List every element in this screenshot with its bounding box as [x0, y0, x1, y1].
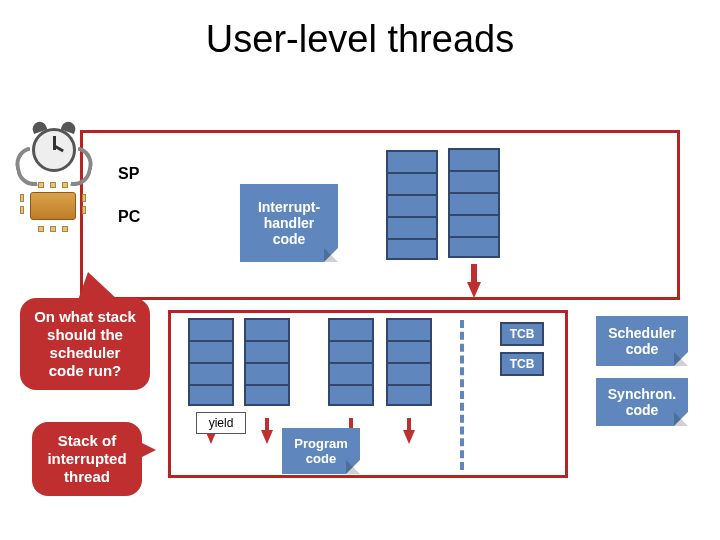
cpu-chip-icon — [20, 186, 86, 228]
callout-answer: Stack of interrupted thread — [32, 422, 142, 496]
yield-label: yield — [209, 416, 234, 430]
pc-register-label: PC — [118, 208, 140, 226]
program-code-label: Program code — [294, 436, 347, 466]
alarm-clock-icon — [22, 124, 86, 188]
scheduler-label: Scheduler code — [608, 325, 676, 357]
user-stack-2 — [244, 318, 290, 406]
kernel-region-box — [80, 130, 680, 300]
synchron-code-box: Synchron. code — [596, 378, 688, 426]
tcb-2-label: TCB — [510, 357, 535, 371]
interrupt-handler-label: Interrupt- handler code — [258, 199, 320, 247]
arrow-down-icon — [403, 430, 415, 444]
yield-box: yield — [196, 412, 246, 434]
user-stack-4 — [386, 318, 432, 406]
kernel-stack-1 — [386, 150, 438, 260]
callout-answer-text: Stack of interrupted thread — [47, 432, 126, 485]
callout-question: On what stack should the scheduler code … — [20, 298, 150, 390]
arrow-down-icon — [467, 282, 481, 298]
arrow-down-icon — [261, 430, 273, 444]
program-code-box: Program code — [282, 428, 360, 474]
slide-title: User-level threads — [0, 18, 720, 61]
tcb-1: TCB — [500, 322, 544, 346]
tcb-2: TCB — [500, 352, 544, 376]
synchron-label: Synchron. code — [608, 386, 676, 418]
kernel-stack-2 — [448, 148, 500, 258]
user-stack-3 — [328, 318, 374, 406]
callout-question-text: On what stack should the scheduler code … — [34, 308, 136, 379]
tcb-1-label: TCB — [510, 327, 535, 341]
user-stack-1 — [188, 318, 234, 406]
dashed-separator — [460, 320, 464, 470]
interrupt-handler-code-box: Interrupt- handler code — [240, 184, 338, 262]
scheduler-code-box: Scheduler code — [596, 316, 688, 366]
sp-register-label: SP — [118, 165, 139, 183]
